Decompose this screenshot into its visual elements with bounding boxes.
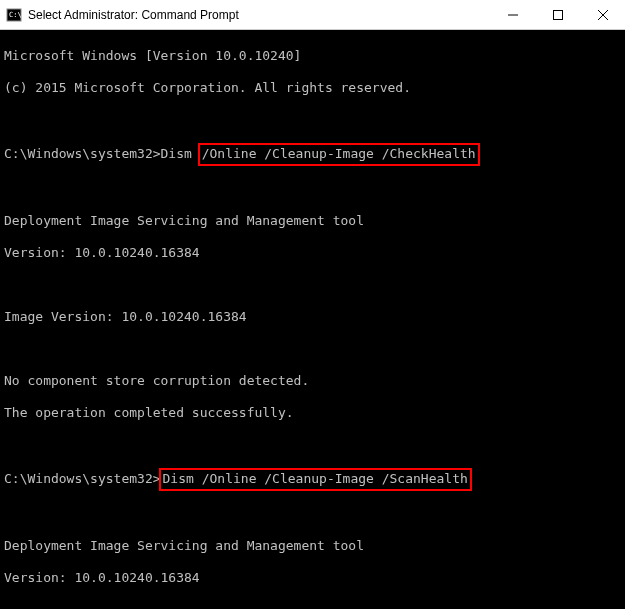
output-line: Version: 10.0.10240.16384 xyxy=(4,245,621,261)
output-line: Image Version: 10.0.10240.16384 xyxy=(4,309,621,325)
highlighted-command: /Online /Cleanup-Image /CheckHealth xyxy=(198,143,480,166)
output-line xyxy=(4,277,621,293)
window-title: Select Administrator: Command Prompt xyxy=(28,8,490,22)
command-prompt-window: C:\ Select Administrator: Command Prompt… xyxy=(0,0,625,609)
output-line xyxy=(4,112,621,128)
console-output[interactable]: Microsoft Windows [Version 10.0.10240] (… xyxy=(0,30,625,609)
minimize-button[interactable] xyxy=(490,0,535,29)
output-line: Version: 10.0.10240.16384 xyxy=(4,570,621,586)
command-line: C:\Windows\system32>Dism /Online /Cleanu… xyxy=(4,469,621,490)
svg-text:C:\: C:\ xyxy=(9,11,22,19)
window-controls xyxy=(490,0,625,29)
close-button[interactable] xyxy=(580,0,625,29)
output-line xyxy=(4,602,621,609)
output-line: (c) 2015 Microsoft Corporation. All righ… xyxy=(4,80,621,96)
output-line: Deployment Image Servicing and Managemen… xyxy=(4,213,621,229)
output-line xyxy=(4,506,621,522)
output-line: Microsoft Windows [Version 10.0.10240] xyxy=(4,48,621,64)
svg-rect-3 xyxy=(553,10,562,19)
command-line: C:\Windows\system32>Dism /Online /Cleanu… xyxy=(4,144,621,165)
output-line xyxy=(4,181,621,197)
output-line xyxy=(4,341,621,357)
highlighted-command: Dism /Online /Cleanup-Image /ScanHealth xyxy=(159,468,472,491)
output-line: The operation completed successfully. xyxy=(4,405,621,421)
output-line: No component store corruption detected. xyxy=(4,373,621,389)
maximize-button[interactable] xyxy=(535,0,580,29)
output-line: Deployment Image Servicing and Managemen… xyxy=(4,538,621,554)
titlebar[interactable]: C:\ Select Administrator: Command Prompt xyxy=(0,0,625,30)
output-line xyxy=(4,437,621,453)
cmd-icon: C:\ xyxy=(6,7,22,23)
